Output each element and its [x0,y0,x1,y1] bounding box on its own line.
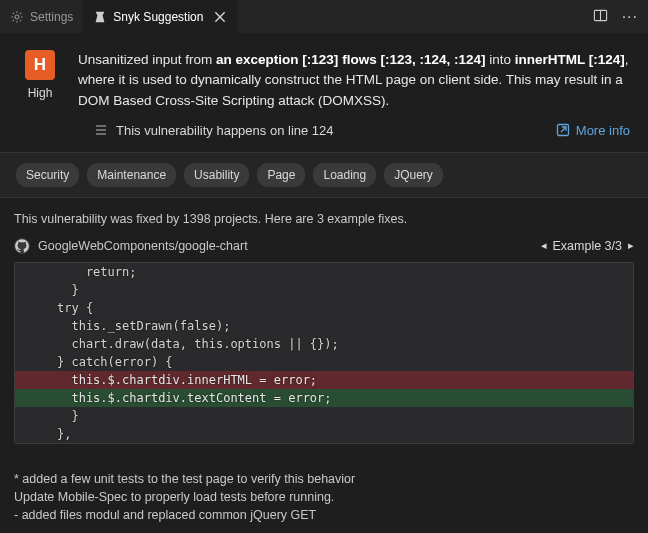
prev-example-icon[interactable]: ◂ [541,239,547,252]
note-line: * added a few unit tests to the test pag… [14,470,634,488]
gear-icon [10,10,24,24]
severity: H High [18,50,62,111]
tab-bar-actions: ··· [593,8,648,26]
code-line: try { [15,299,633,317]
code-line: return; [15,263,633,281]
suggestion-header: H High Unsanitized input from an excepti… [0,34,648,123]
close-icon[interactable] [213,10,227,24]
tag-loading[interactable]: Loading [313,163,376,187]
snyk-icon [93,10,107,24]
tag-jquery[interactable]: JQuery [384,163,443,187]
more-actions-icon[interactable]: ··· [622,9,638,25]
tag-security[interactable]: Security [16,163,79,187]
code-line: chart.draw(data, this.options || {}); [15,335,633,353]
info-bar: This vulnerability happens on line 124 M… [0,123,648,152]
fixes-header: This vulnerability was fixed by 1398 pro… [14,212,634,226]
tab-settings[interactable]: Settings [0,0,83,33]
more-info-label: More info [576,123,630,138]
vulnerability-description: Unsanitized input from an exception [:12… [78,50,630,111]
code-line: } catch(error) { [15,353,633,371]
svg-point-0 [15,15,19,19]
more-info-link[interactable]: More info [556,123,630,138]
code-line-removed: this.$.chartdiv.innerHTML = error; [15,371,633,389]
tab-snyk-label: Snyk Suggestion [113,10,203,24]
code-line: this._setDrawn(false); [15,317,633,335]
tag-usability[interactable]: Usability [184,163,249,187]
repo-name: GoogleWebComponents/google-chart [38,239,248,253]
tab-settings-label: Settings [30,10,73,24]
list-icon [94,123,108,137]
tags-row: Security Maintenance Usability Page Load… [0,152,648,198]
suggestion-panel: H High Unsanitized input from an excepti… [0,34,648,533]
example-navigator: ◂ Example 3/3 ▸ [541,239,634,253]
commit-notes: * added a few unit tests to the test pag… [0,470,648,533]
example-repo-row: GoogleWebComponents/google-chart ◂ Examp… [14,238,634,254]
code-line: }, [15,425,633,443]
example-counter: Example 3/3 [553,239,622,253]
code-line: } [15,407,633,425]
note-line: - added files modul and replaced common … [14,506,634,524]
next-example-icon[interactable]: ▸ [628,239,634,252]
split-editor-icon[interactable] [593,8,608,26]
severity-badge: H [25,50,55,80]
severity-label: High [28,86,53,100]
line-info-text: This vulnerability happens on line 124 [116,123,334,138]
code-line: } [15,281,633,299]
line-info: This vulnerability happens on line 124 [94,123,334,138]
repo-link[interactable]: GoogleWebComponents/google-chart [14,238,248,254]
fixes-section: This vulnerability was fixed by 1398 pro… [0,198,648,470]
tab-bar: Settings Snyk Suggestion ··· [0,0,648,34]
tag-maintenance[interactable]: Maintenance [87,163,176,187]
code-diff: return; } try { this._setDrawn(false); c… [14,262,634,444]
note-line: Update Mobile-Spec to properly load test… [14,488,634,506]
tab-snyk-suggestion[interactable]: Snyk Suggestion [83,0,237,33]
tag-page[interactable]: Page [257,163,305,187]
github-icon [14,238,30,254]
code-line-added: this.$.chartdiv.textContent = error; [15,389,633,407]
